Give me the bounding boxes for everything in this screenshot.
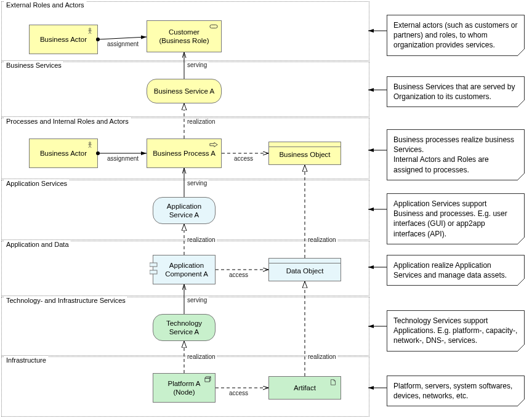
annotation-infra: Platform, servers, system softwares, dev… — [387, 376, 525, 406]
layer-label-techsvc: Technology- and Infrastructure Services — [4, 297, 127, 304]
edge-label-serving-3: serving — [186, 297, 208, 303]
edge-label-realization-art: realization — [307, 353, 337, 360]
label: Data Object — [286, 267, 324, 275]
text: External actors (such as customers or pa… — [393, 21, 517, 49]
svg-point-6 — [89, 142, 91, 144]
node-application-component: Application Component A — [153, 255, 216, 284]
label: Business Service A — [154, 87, 214, 95]
component-icon — [150, 262, 158, 279]
label: Platform A (Node) — [167, 379, 200, 397]
annotation-techsvc: Technology Services support Applications… — [387, 310, 525, 352]
svg-line-3 — [89, 32, 90, 34]
layer-label-appsvc: Application Services — [4, 180, 69, 187]
label: Business Object — [279, 150, 330, 159]
process-arrow-icon — [209, 142, 218, 148]
svg-rect-5 — [210, 25, 217, 28]
node-business-process: Business Process A — [147, 139, 222, 168]
layer-label-infra: Infrastructure — [4, 356, 48, 364]
node-icon — [203, 376, 212, 382]
label: Artifact — [294, 384, 316, 392]
label: Application Service A — [167, 202, 201, 220]
text: Technology Services support Applications… — [393, 316, 517, 345]
node-internal-business-actor: Business Actor — [29, 139, 98, 168]
annotation-external: External actors (such as customers or pa… — [387, 15, 525, 56]
svg-rect-12 — [150, 270, 157, 274]
node-business-object: Business Object — [268, 142, 341, 165]
node-external-business-actor: Business Actor — [29, 25, 98, 54]
text: Business Services that are served by Org… — [393, 82, 515, 101]
label: Customer (Business Role) — [159, 28, 209, 46]
layer-label-bservices: Business Services — [4, 62, 63, 69]
node-platform: Platform A (Node) — [153, 373, 216, 403]
edge-label-access-3: access — [228, 390, 249, 396]
label: Application Component A — [165, 261, 208, 279]
actor-icon — [86, 28, 94, 34]
node-customer-role: Customer (Business Role) — [147, 20, 222, 52]
annotation-bservices: Business Services that are served by Org… — [387, 76, 525, 107]
text: Platform, servers, system softwares, dev… — [393, 382, 512, 400]
artifact-icon — [329, 379, 337, 385]
label: Technology Service A — [166, 319, 202, 337]
layer-label-appdata: Application and Data — [4, 241, 71, 248]
edge-label-access-1: access — [233, 155, 254, 162]
svg-rect-11 — [150, 263, 157, 267]
node-technology-service: Technology Service A — [153, 314, 216, 341]
edge-label-realization-do: realization — [307, 236, 337, 243]
edge-label-access-2: access — [228, 271, 249, 278]
label: Business Actor — [40, 149, 87, 158]
annotation-appsvc: Application Services support Business an… — [387, 193, 525, 244]
node-business-service: Business Service A — [147, 79, 222, 103]
node-data-object: Data Object — [268, 258, 341, 281]
svg-line-9 — [89, 146, 90, 148]
edge-label-realization-3: realization — [186, 353, 217, 360]
edge-label-realization-1: realization — [186, 118, 217, 125]
layer-label-external: External Roles and Actors — [4, 1, 86, 9]
role-icon — [209, 23, 218, 30]
svg-point-0 — [89, 28, 91, 30]
text: Application Services support Business an… — [393, 199, 507, 238]
svg-line-10 — [90, 146, 91, 148]
edge-label-serving-2: serving — [186, 180, 208, 187]
text: Application realize Application Services… — [393, 261, 507, 279]
node-application-service: Application Service A — [153, 197, 216, 224]
node-artifact: Artifact — [268, 376, 341, 400]
edge-label-assignment-1: assignment — [106, 41, 140, 47]
edge-label-assignment-2: assignment — [106, 155, 140, 162]
svg-line-4 — [90, 32, 91, 34]
actor-icon — [86, 142, 94, 148]
edge-label-serving-1: serving — [186, 62, 208, 68]
annotation-appdata: Application realize Application Services… — [387, 255, 525, 286]
edge-label-realization-2: realization — [186, 236, 217, 243]
label: Business Process A — [153, 149, 216, 158]
text: Business processes realize business Serv… — [393, 135, 514, 174]
layer-label-processes: Processes and Internal Roles and Actors — [4, 118, 131, 125]
label: Business Actor — [40, 35, 87, 44]
annotation-processes: Business processes realize business Serv… — [387, 129, 525, 180]
